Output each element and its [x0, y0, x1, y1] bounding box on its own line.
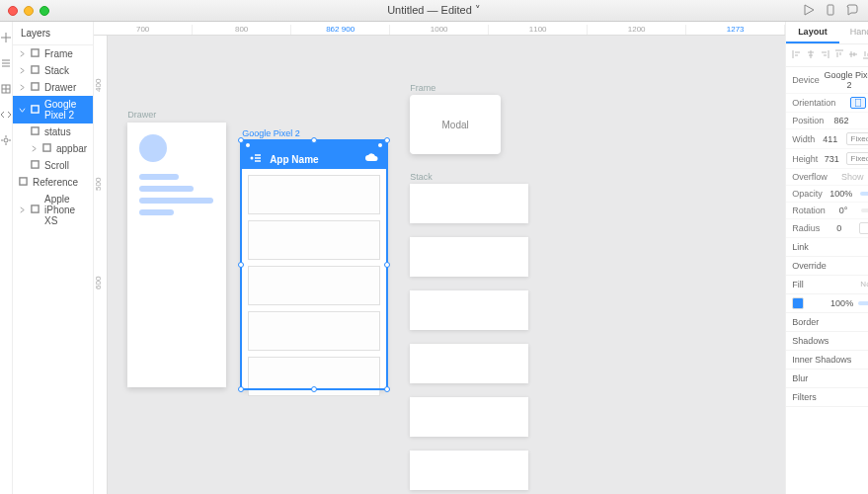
layer-row-frame[interactable]: Frame: [13, 45, 93, 62]
align-bottom-icon[interactable]: [862, 49, 868, 61]
prop-position: Position8620: [786, 113, 868, 129]
fill-alpha[interactable]: 100%: [830, 298, 853, 308]
frame-tool-icon[interactable]: [0, 83, 12, 97]
align-center-v-icon[interactable]: [848, 49, 858, 61]
blend-mode[interactable]: Normal: [860, 280, 868, 289]
layer-row-status[interactable]: status: [13, 124, 93, 140]
alignment-toolbar: [786, 44, 868, 67]
section-fill[interactable]: FillNormal: [786, 276, 868, 294]
stack-card: [410, 184, 528, 223]
prop-label: Radius: [792, 223, 820, 233]
section-label: Border: [792, 317, 819, 327]
position-y-input[interactable]: 0: [859, 116, 868, 125]
width-input[interactable]: 411: [819, 134, 841, 144]
canvas-area: 700800862 9001000110012001273 400500600 …: [94, 22, 785, 494]
artboard-label-stack[interactable]: Stack: [410, 172, 433, 182]
artboard-drawer[interactable]: [127, 123, 226, 387]
layer-row-stack[interactable]: Stack: [13, 62, 93, 79]
prop-opacity: Opacity100%: [786, 186, 868, 203]
tool-strip: [0, 22, 13, 494]
height-mode-select[interactable]: Fixed: [846, 152, 868, 165]
prop-label: Rotation: [792, 206, 826, 215]
radius-input[interactable]: 0: [824, 223, 854, 233]
section-label: Shadows: [792, 336, 829, 346]
list-item: [248, 220, 380, 260]
section-shadows[interactable]: Shadows+: [786, 332, 868, 351]
prop-label: Overflow: [792, 172, 837, 182]
ruler-tick: 500: [94, 134, 107, 233]
section-inner-shadows[interactable]: Inner Shadows+: [786, 351, 868, 370]
svg-rect-10: [20, 178, 27, 185]
svg-rect-3: [32, 49, 39, 56]
modal-text: Modal: [442, 120, 469, 130]
settings-tool-icon[interactable]: [0, 134, 12, 148]
artboard-modal[interactable]: Modal: [410, 95, 501, 154]
section-link[interactable]: Link›: [786, 238, 868, 257]
list-tool-icon[interactable]: [0, 57, 12, 71]
prop-label: Device: [792, 75, 820, 85]
section-label: Link: [792, 242, 809, 252]
fill-swatch[interactable]: [792, 297, 804, 309]
resize-handle[interactable]: [384, 137, 390, 143]
align-top-icon[interactable]: [834, 49, 844, 61]
device-select[interactable]: Google Pixel 2: [824, 70, 868, 90]
svg-rect-5: [32, 83, 39, 90]
artboard-label-frame[interactable]: Frame: [410, 83, 435, 93]
artboard-stack[interactable]: [410, 184, 528, 490]
radius-per-corner-button[interactable]: [859, 222, 868, 234]
inspector-tabs: Layout Handoff: [786, 22, 868, 44]
overflow-show-button[interactable]: Show: [841, 172, 864, 182]
artboard-label-drawer[interactable]: Drawer: [127, 110, 156, 120]
section-override[interactable]: Override+: [786, 257, 868, 276]
ruler-tick: 1200: [588, 25, 686, 35]
list-item: [248, 175, 380, 214]
artboard-google-pixel-2[interactable]: App Name: [242, 141, 386, 388]
height-input[interactable]: 731: [822, 154, 841, 164]
width-mode-select[interactable]: Fixed: [846, 132, 868, 145]
cloud-icon: [364, 153, 378, 165]
position-x-input[interactable]: 862: [828, 116, 854, 125]
drawer-line: [139, 174, 179, 180]
fill-alpha-slider[interactable]: [858, 301, 868, 305]
layer-row-reference[interactable]: Reference: [13, 174, 93, 191]
ruler-tick: 700: [94, 25, 193, 35]
ruler-tick: 400: [94, 36, 107, 134]
layer-row-appbar[interactable]: appbar: [13, 140, 93, 157]
add-tool-icon[interactable]: [0, 32, 12, 45]
tab-layout[interactable]: Layout: [786, 22, 839, 43]
orientation-portrait-button[interactable]: [850, 97, 866, 109]
document-title[interactable]: Untitled — Edited ˅: [0, 4, 868, 17]
section-blur[interactable]: Blur+: [786, 370, 868, 388]
tab-handoff[interactable]: Handoff: [839, 22, 868, 43]
svg-rect-13: [855, 99, 861, 107]
layers-panel-title: Layers: [13, 22, 93, 45]
stack-card: [410, 397, 528, 437]
layer-label: status: [44, 126, 71, 137]
ruler-tick: 862 900: [291, 25, 390, 35]
resize-handle[interactable]: [384, 386, 390, 392]
layer-row-iphone-xs[interactable]: Apple iPhone XS: [13, 191, 93, 229]
prop-width: Width411Fixed: [786, 129, 868, 149]
list-item: [248, 266, 380, 305]
ruler-tick: 600: [94, 233, 107, 332]
section-border[interactable]: Border+: [786, 313, 868, 332]
opacity-input[interactable]: 100%: [827, 189, 856, 199]
design-canvas[interactable]: Drawer Google Pixel 2 App Name: [108, 36, 785, 494]
section-filters[interactable]: Filters+: [786, 388, 868, 407]
layer-row-drawer[interactable]: Drawer: [13, 79, 93, 96]
opacity-slider[interactable]: [860, 192, 868, 196]
resize-handle[interactable]: [384, 262, 390, 268]
prop-rotation: Rotation0°: [786, 203, 868, 219]
code-tool-icon[interactable]: [0, 109, 12, 123]
align-center-h-icon[interactable]: [806, 49, 816, 61]
align-right-icon[interactable]: [820, 49, 829, 61]
align-left-icon[interactable]: [792, 49, 802, 61]
section-label: Fill: [792, 280, 804, 289]
artboard-label-pixel[interactable]: Google Pixel 2: [242, 128, 300, 138]
layer-row-google-pixel-2[interactable]: Google Pixel 2: [13, 96, 93, 124]
layer-label: Stack: [44, 65, 69, 76]
layer-row-scroll[interactable]: Scroll: [13, 157, 93, 174]
rotation-slider[interactable]: [861, 208, 868, 212]
svg-rect-11: [32, 206, 39, 212]
rotation-input[interactable]: 0°: [829, 206, 858, 215]
